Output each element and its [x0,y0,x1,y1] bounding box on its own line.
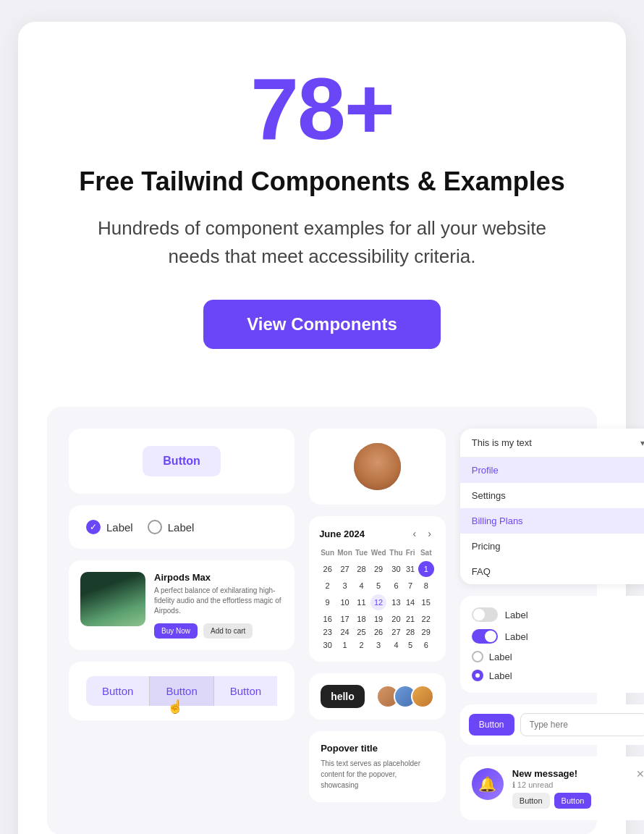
avatar-stack-3 [411,685,434,708]
hero-section: 78+ Free Tailwind Components & Examples … [47,65,597,385]
table-row: 16 17 18 19 20 21 22 [319,612,436,626]
popover-preview: Popover title This text serves as placeh… [309,731,446,802]
input-action-button[interactable]: Button [469,714,514,736]
product-info: Airpods Max A perfect balance of exhilar… [154,572,283,639]
toggle-row-on: Label [472,629,644,644]
close-icon[interactable]: ✕ [636,768,645,780]
table-row: 30 1 2 3 4 5 6 [319,639,436,652]
popover-text: This text serves as placeholder content … [321,758,434,791]
calendar-grid: Sun Mon Tue Wed Thu Fri Sat 26 [319,547,436,652]
toggle-label-off: Label [505,610,528,620]
avatar [354,443,401,490]
radio-label-2: Label [489,670,512,681]
toggle-on[interactable] [472,629,498,644]
product-card: Airpods Max A perfect balance of exhilar… [69,560,295,650]
calendar-preview: June 2024 ‹ › Sun Mon Tue Wed [309,516,446,662]
dropdown-item-billing[interactable]: Billing Plans [460,508,644,534]
radio-label-1: Label [489,652,512,662]
cal-day-mon: Mon [336,547,354,559]
dropdown-trigger-text: This is my text [472,437,532,448]
avatar-stack [376,685,434,708]
add-to-cart-button[interactable]: Add to cart [203,623,253,639]
radio-row-unchecked: Label [472,651,644,662]
toggle-knob-on [485,631,496,642]
dropdown-item-pricing[interactable]: Pricing [460,534,644,559]
calendar-header: June 2024 ‹ › [319,526,436,541]
product-name: Airpods Max [154,572,283,583]
cal-day-thu: Thu [388,547,404,559]
dropdown-item-faq[interactable]: FAQ [460,559,644,584]
radio-unchecked-small[interactable] [472,651,483,662]
hello-preview: hello [309,673,446,720]
notification-meta: ℹ 12 unread [512,780,627,790]
chevron-down-icon: ▾ [640,438,645,448]
radio-unchecked-icon [148,520,162,534]
table-row: 23 24 25 26 27 28 29 [319,626,436,639]
view-components-button[interactable]: View Components [203,300,441,349]
product-buttons: Buy Now Add to cart [154,623,283,639]
checkbox-item[interactable]: ✓ Label [86,520,133,534]
preview-section: Button ✓ Label Label [47,407,597,834]
btn-group-1[interactable]: Button [86,676,149,706]
notification-content: New message! ℹ 12 unread Button Button [512,768,627,809]
preview-grid: Button ✓ Label Label [69,429,575,820]
calendar-nav: ‹ › [408,526,435,541]
checkbox-preview: ✓ Label Label [69,505,295,549]
radio-item[interactable]: Label [148,520,195,534]
toggle-label-on: Label [505,631,528,642]
avatar-face [354,443,401,490]
notification-preview: 🔔 New message! ℹ 12 unread Button Button… [460,757,644,820]
radio-checked-small[interactable] [472,670,483,681]
mid-column: June 2024 ‹ › Sun Mon Tue Wed [309,429,446,820]
type-here-input[interactable] [520,713,645,736]
page-container: 78+ Free Tailwind Components & Examples … [18,22,626,834]
table-row: 26 27 28 29 30 31 1 [319,559,436,579]
toggle-radio-preview: Label Label Label Label [460,596,644,693]
cal-day-wed: Wed [369,547,388,559]
calendar-next[interactable]: › [423,526,436,541]
buy-now-button[interactable]: Buy Now [154,623,198,639]
hero-description: Hundreds of component examples for all y… [98,214,546,271]
input-button-preview: Button [460,704,644,745]
hero-number: 78+ [47,65,597,152]
avatar-preview [309,429,446,505]
right-column: This is my text ▾ Profile Settings Billi… [460,429,644,820]
notification-title: New message! [512,768,627,779]
dropdown-item-settings[interactable]: Settings [460,483,644,508]
toggle-off[interactable] [472,607,498,622]
toggle-row-off: Label [472,607,644,622]
hero-title: Free Tailwind Components & Examples [47,167,597,197]
cal-day-tue: Tue [354,547,369,559]
info-icon: ℹ [512,780,515,789]
calendar-prev[interactable]: ‹ [408,526,420,541]
checkbox-checked-icon: ✓ [86,520,101,534]
hello-badge: hello [321,685,365,708]
table-row: 2 3 4 5 6 7 8 [319,579,436,592]
notification-actions: Button Button [512,793,627,809]
product-image [80,572,145,626]
btn-group-3[interactable]: Button [214,676,277,706]
cal-day-sat: Sat [417,547,436,559]
cursor-icon: ☝️ [167,699,183,715]
notification-bell-icon: 🔔 [472,768,504,800]
checkbox-label: Label [106,521,133,534]
button-group-preview: Button Button Button ☝️ [69,662,295,720]
dropdown-preview: This is my text ▾ Profile Settings Billi… [460,429,644,584]
toggle-knob-off [473,609,485,620]
popover-title: Popover title [321,743,434,754]
radio-row-checked: Label [472,670,644,681]
dropdown-trigger[interactable]: This is my text ▾ [460,429,644,458]
dropdown-item-profile[interactable]: Profile [460,458,644,483]
radio-label: Label [168,521,195,534]
preview-button[interactable]: Button [143,446,221,476]
table-row: 9 10 11 12 13 14 15 [319,592,436,612]
cal-day-fri: Fri [404,547,417,559]
cal-day-sun: Sun [319,547,336,559]
notification-btn-purple[interactable]: Button [554,793,592,809]
button-preview: Button [69,429,295,494]
notification-btn-outline[interactable]: Button [512,793,550,809]
calendar-title: June 2024 [319,528,365,539]
notification-unread: 12 unread [517,780,554,789]
product-description: A perfect balance of exhilarating high-f… [154,586,283,616]
left-column: Button ✓ Label Label [69,429,295,820]
